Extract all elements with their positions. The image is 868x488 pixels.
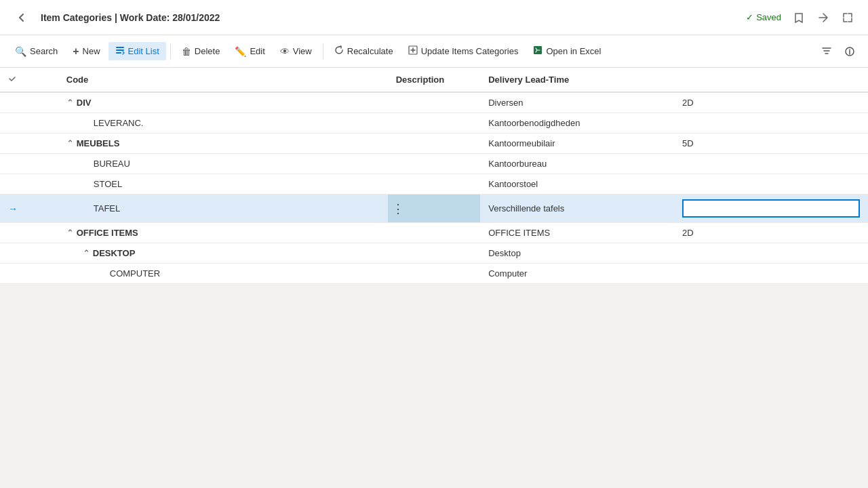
edit-list-icon bbox=[115, 45, 125, 57]
col-header-description: Description bbox=[388, 68, 481, 92]
bookmark-icon[interactable] bbox=[789, 8, 808, 27]
eye-icon: 👁 bbox=[280, 46, 290, 57]
row-delivery-cell bbox=[674, 264, 868, 284]
col-header-delivery: Delivery Lead-Time bbox=[480, 68, 674, 92]
title-right: ✓ Saved bbox=[746, 8, 857, 27]
row-code-cell: BUREAU bbox=[58, 154, 388, 174]
row-context-cell[interactable]: ⋮ bbox=[388, 195, 481, 223]
row-code-cell: STOEL bbox=[58, 174, 388, 195]
delete-button[interactable]: 🗑 Delete bbox=[175, 43, 227, 60]
row-checkbox-cell bbox=[0, 113, 58, 134]
title-icons bbox=[789, 8, 857, 27]
row-delivery-cell: 5D bbox=[674, 134, 868, 154]
svg-rect-1 bbox=[116, 49, 124, 51]
row-context-cell bbox=[388, 154, 481, 174]
row-code: DESKTOP bbox=[93, 248, 136, 258]
edit-list-button[interactable]: Edit List bbox=[108, 42, 166, 60]
row-description-cell: Diversen bbox=[480, 92, 674, 113]
title-bar: Item Categories | Work Date: 28/01/2022 … bbox=[0, 0, 868, 35]
row-checkbox-cell bbox=[0, 174, 58, 195]
table-row[interactable]: →TAFEL⋮Verschillende tafels bbox=[0, 195, 868, 223]
delivery-input[interactable] bbox=[682, 199, 860, 218]
categories-table: Code Description Delivery Lead-Time ⌃DIV… bbox=[0, 68, 868, 284]
row-description-cell: Kantoorbureau bbox=[480, 154, 674, 174]
row-description-cell: OFFICE ITEMS bbox=[480, 223, 674, 243]
edit-button[interactable]: ✏️ Edit bbox=[228, 43, 271, 60]
table-row[interactable]: BUREAUKantoorbureau bbox=[0, 154, 868, 174]
view-button[interactable]: 👁 View bbox=[273, 43, 319, 60]
row-code: OFFICE ITEMS bbox=[77, 228, 138, 238]
share-icon[interactable] bbox=[814, 8, 833, 27]
info-icon[interactable] bbox=[840, 41, 860, 62]
row-code-cell: ⌃MEUBELS bbox=[58, 134, 388, 154]
row-description-cell: Kantoormeubilair bbox=[480, 134, 674, 154]
row-delivery-cell[interactable] bbox=[674, 195, 868, 223]
recalculate-button[interactable]: Recalculate bbox=[328, 42, 400, 60]
row-code: BUREAU bbox=[94, 159, 130, 169]
context-menu-dots[interactable]: ⋮ bbox=[392, 202, 405, 216]
row-code-cell: COMPUTER bbox=[58, 264, 388, 284]
expand-toggle[interactable]: ⌃ bbox=[66, 98, 74, 108]
toolbar-right bbox=[816, 41, 860, 62]
row-delivery-cell bbox=[674, 154, 868, 174]
col-header-code: Code bbox=[58, 68, 388, 92]
row-delivery-cell: 2D bbox=[674, 223, 868, 243]
expand-toggle[interactable]: ⌃ bbox=[66, 138, 74, 148]
table-wrapper: Code Description Delivery Lead-Time ⌃DIV… bbox=[0, 68, 868, 284]
row-code-cell: ⌃DESKTOP bbox=[58, 243, 388, 264]
expand-icon[interactable] bbox=[838, 8, 857, 27]
title-left: Item Categories | Work Date: 28/01/2022 bbox=[11, 7, 220, 28]
row-code: MEUBELS bbox=[77, 138, 120, 148]
row-code: COMPUTER bbox=[110, 268, 160, 279]
row-checkbox-cell: → bbox=[0, 195, 58, 223]
row-context-cell bbox=[388, 92, 481, 113]
row-checkbox-cell bbox=[0, 154, 58, 174]
update-items-categories-button[interactable]: Update Items Categories bbox=[401, 42, 526, 60]
row-checkbox-cell bbox=[0, 264, 58, 284]
separator-1 bbox=[170, 43, 171, 60]
row-code-cell: ⌃DIV bbox=[58, 92, 388, 113]
table-row[interactable]: ⌃MEUBELSKantoormeubilair5D bbox=[0, 134, 868, 154]
table-row[interactable]: COMPUTERComputer bbox=[0, 264, 868, 284]
expand-toggle[interactable]: ⌃ bbox=[83, 248, 90, 258]
back-button[interactable] bbox=[11, 7, 33, 28]
open-in-excel-button[interactable]: Open in Excel bbox=[526, 42, 608, 60]
check-icon: ✓ bbox=[746, 12, 753, 22]
table-row[interactable]: ⌃OFFICE ITEMSOFFICE ITEMS2D bbox=[0, 223, 868, 243]
row-checkbox-cell bbox=[0, 92, 58, 113]
row-checkbox-cell bbox=[0, 243, 58, 264]
row-code-cell: ⌃OFFICE ITEMS bbox=[58, 223, 388, 243]
row-code: LEVERANC. bbox=[94, 118, 144, 128]
table-row[interactable]: LEVERANC.Kantoorbenodigdheden bbox=[0, 113, 868, 134]
plus-icon: + bbox=[73, 45, 79, 58]
row-code: STOEL bbox=[94, 179, 122, 189]
delete-icon: 🗑 bbox=[182, 46, 191, 57]
row-delivery-cell bbox=[674, 243, 868, 264]
row-code-cell: TAFEL bbox=[58, 195, 388, 223]
row-context-cell bbox=[388, 113, 481, 134]
row-description-cell: Computer bbox=[480, 264, 674, 284]
row-code: DIV bbox=[77, 98, 92, 108]
search-icon: 🔍 bbox=[15, 46, 26, 57]
row-code-cell: LEVERANC. bbox=[58, 113, 388, 134]
table-body: ⌃DIVDiversen2DLEVERANC.Kantoorbenodigdhe… bbox=[0, 92, 868, 284]
svg-rect-0 bbox=[116, 47, 124, 48]
row-code: TAFEL bbox=[94, 203, 121, 214]
table-row[interactable]: ⌃DIVDiversen2D bbox=[0, 92, 868, 113]
expand-toggle[interactable]: ⌃ bbox=[66, 228, 74, 238]
table-row[interactable]: STOELKantoorstoel bbox=[0, 174, 868, 195]
page-title: Item Categories | Work Date: 28/01/2022 bbox=[41, 12, 220, 23]
row-description-cell: Desktop bbox=[480, 243, 674, 264]
filter-icon[interactable] bbox=[816, 41, 837, 62]
new-button[interactable]: + New bbox=[66, 42, 106, 61]
pencil-icon: ✏️ bbox=[235, 46, 246, 57]
row-description-cell: Kantoorstoel bbox=[480, 174, 674, 195]
search-button[interactable]: 🔍 Search bbox=[8, 43, 64, 60]
row-description-cell: Verschillende tafels bbox=[480, 195, 674, 223]
row-context-cell bbox=[388, 174, 481, 195]
update-categories-icon bbox=[408, 45, 418, 57]
row-arrow: → bbox=[8, 203, 18, 214]
row-checkbox-cell bbox=[0, 223, 58, 243]
row-context-cell bbox=[388, 134, 481, 154]
table-row[interactable]: ⌃DESKTOPDesktop bbox=[0, 243, 868, 264]
